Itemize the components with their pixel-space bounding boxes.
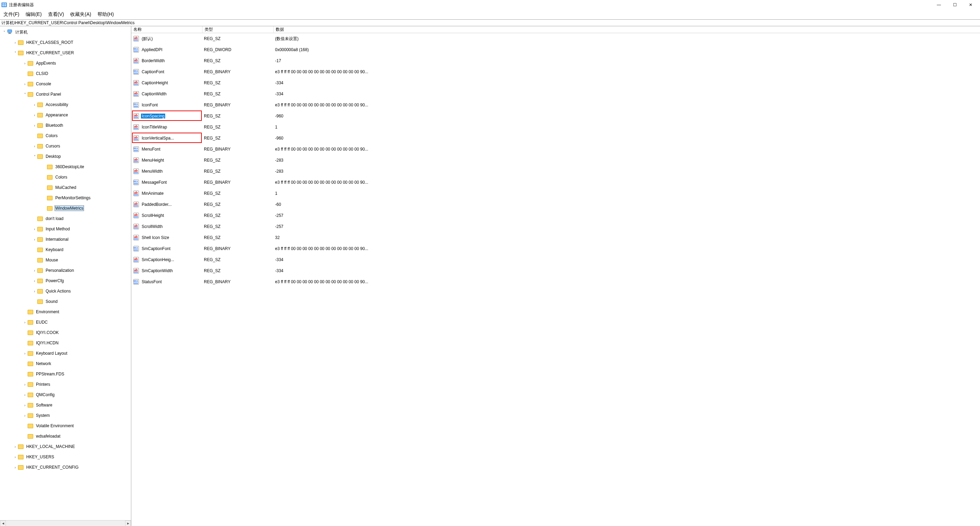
maximize-button[interactable]: ☐	[947, 0, 963, 10]
tree-item[interactable]: ›QMConfig	[1, 389, 131, 400]
column-header-type[interactable]: 类型	[202, 26, 274, 33]
tree-item[interactable]: ›Accessibility	[1, 100, 131, 110]
tree-item[interactable]: ›Network	[1, 359, 131, 369]
expand-toggle-icon[interactable]: ˅	[13, 51, 17, 55]
value-row[interactable]: ScrollHeightREG_SZ-257	[131, 210, 980, 221]
menu-favorites[interactable]: 收藏夹(A)	[69, 11, 92, 18]
tree-item[interactable]: ›Mouse	[1, 255, 131, 265]
expand-toggle-icon[interactable]: ›	[32, 103, 37, 107]
expand-toggle-icon[interactable]: ˅	[32, 155, 37, 159]
expand-toggle-icon[interactable]: ˅	[2, 30, 6, 34]
tree-item[interactable]: ›HKEY_CURRENT_CONFIG	[1, 462, 131, 472]
address-bar[interactable]: 计算机\HKEY_CURRENT_USER\Control Panel\Desk…	[0, 19, 980, 26]
close-button[interactable]: ✕	[963, 0, 978, 10]
expand-toggle-icon[interactable]: ›	[13, 455, 17, 459]
tree-item[interactable]: ›PPStream.FDS	[1, 369, 131, 379]
expand-toggle-icon[interactable]: ›	[32, 124, 37, 127]
tree-item[interactable]: ›Cursors	[1, 141, 131, 151]
value-row[interactable]: IconSpacingREG_SZ-960	[131, 111, 980, 122]
tree-item[interactable]: ›360DesktopLite	[1, 162, 131, 172]
menu-help[interactable]: 帮助(H)	[96, 11, 115, 18]
value-row[interactable]: IconFontREG_BINARYe3 ff ff ff 00 00 00 0…	[131, 100, 980, 111]
scroll-right-button[interactable]: ▸	[125, 520, 131, 526]
tree-item[interactable]: ›Input Method	[1, 224, 131, 234]
expand-toggle-icon[interactable]: ›	[13, 41, 17, 44]
tree-item[interactable]: ›Keyboard	[1, 245, 131, 255]
menu-file[interactable]: 文件(F)	[2, 11, 21, 18]
tree-body[interactable]: ˅计算机›HKEY_CLASSES_ROOT˅HKEY_CURRENT_USER…	[0, 26, 131, 520]
value-row[interactable]: StatusFontREG_BINARYe3 ff ff ff 00 00 00…	[131, 276, 980, 288]
expand-toggle-icon[interactable]: ›	[23, 62, 27, 65]
expand-toggle-icon[interactable]: ›	[23, 321, 27, 324]
value-row[interactable]: MenuWidthREG_SZ-283	[131, 166, 980, 177]
tree-item[interactable]: ›CLSID	[1, 68, 131, 79]
value-row[interactable]: CaptionHeightREG_SZ-334	[131, 77, 980, 88]
tree-item[interactable]: ˅Desktop	[1, 151, 131, 162]
tree-item[interactable]: ›Console	[1, 79, 131, 89]
expand-toggle-icon[interactable]: ›	[32, 145, 37, 148]
menu-view[interactable]: 查看(V)	[47, 11, 66, 18]
value-row[interactable]: AppliedDPIREG_DWORD0x000000a8 (168)	[131, 44, 980, 55]
value-row[interactable]: IconVerticalSpa...REG_SZ-960	[131, 133, 980, 144]
tree-item[interactable]: ›PowerCfg	[1, 276, 131, 286]
expand-toggle-icon[interactable]: ›	[32, 113, 37, 117]
tree-item[interactable]: ›IQIYI.COOK	[1, 327, 131, 338]
tree-item[interactable]: ›PerMonitorSettings	[1, 193, 131, 203]
expand-toggle-icon[interactable]: ˅	[23, 92, 27, 96]
tree-horizontal-scrollbar[interactable]: ◂ ▸	[0, 520, 131, 526]
value-row[interactable]: CaptionFontREG_BINARYe3 ff ff ff 00 00 0…	[131, 66, 980, 77]
column-header-data[interactable]: 数据	[274, 26, 453, 33]
expand-toggle-icon[interactable]: ›	[23, 404, 27, 407]
column-header-name[interactable]: 名称	[131, 26, 202, 33]
value-row[interactable]: SmCaptionFontREG_BINARYe3 ff ff ff 00 00…	[131, 243, 980, 254]
tree-item[interactable]: ›Quick Actions	[1, 286, 131, 296]
tree-item[interactable]: ›Software	[1, 400, 131, 410]
value-row[interactable]: ScrollWidthREG_SZ-257	[131, 221, 980, 232]
expand-toggle-icon[interactable]: ›	[32, 279, 37, 283]
tree-item[interactable]: ˅HKEY_CURRENT_USER	[1, 48, 131, 58]
tree-item[interactable]: ˅Control Panel	[1, 89, 131, 100]
expand-toggle-icon[interactable]: ›	[23, 383, 27, 386]
tree-item[interactable]: ›IQIYI.HCDN	[1, 338, 131, 348]
tree-item[interactable]: ›System	[1, 410, 131, 421]
tree-item[interactable]: ›Environment	[1, 307, 131, 317]
tree-item[interactable]: ›don't load	[1, 213, 131, 224]
tree-item[interactable]: ›Colors	[1, 172, 131, 182]
value-row[interactable]: BorderWidthREG_SZ-17	[131, 55, 980, 66]
expand-toggle-icon[interactable]: ›	[23, 351, 27, 355]
value-row[interactable]: (默认)REG_SZ(数值未设置)	[131, 33, 980, 44]
tree-item[interactable]: ›Colors	[1, 130, 131, 141]
expand-toggle-icon[interactable]: ›	[32, 269, 37, 272]
expand-toggle-icon[interactable]: ›	[32, 238, 37, 242]
tree-item[interactable]: ›AppEvents	[1, 58, 131, 68]
tree-item[interactable]: ›MuiCached	[1, 182, 131, 193]
value-row[interactable]: MenuHeightREG_SZ-283	[131, 155, 980, 166]
expand-toggle-icon[interactable]: ›	[32, 227, 37, 231]
tree-item[interactable]: ›WindowMetrics	[1, 203, 131, 213]
tree-item[interactable]: ›EUDC	[1, 317, 131, 327]
value-row[interactable]: MessageFontREG_BINARYe3 ff ff ff 00 00 0…	[131, 177, 980, 188]
tree-item[interactable]: ›Personalization	[1, 265, 131, 276]
tree-item[interactable]: ›Keyboard Layout	[1, 348, 131, 359]
value-row[interactable]: Shell Icon SizeREG_SZ32	[131, 232, 980, 243]
scroll-left-button[interactable]: ◂	[0, 520, 6, 526]
tree-item[interactable]: ›International	[1, 234, 131, 245]
expand-toggle-icon[interactable]: ›	[13, 466, 17, 469]
tree-item[interactable]: ›Volatile Environment	[1, 421, 131, 431]
tree-item[interactable]: ›Printers	[1, 379, 131, 389]
tree-item[interactable]: ›Appearance	[1, 110, 131, 120]
value-row[interactable]: SmCaptionWidthREG_SZ-334	[131, 265, 980, 276]
tree-item[interactable]: ›wdsafeloadat	[1, 431, 131, 442]
expand-toggle-icon[interactable]: ›	[32, 289, 37, 293]
tree-item[interactable]: ›Sound	[1, 296, 131, 307]
value-row[interactable]: PaddedBorder...REG_SZ-60	[131, 199, 980, 210]
minimize-button[interactable]: —	[931, 0, 947, 10]
value-row[interactable]: IconTitleWrapREG_SZ1	[131, 122, 980, 133]
tree-root-computer[interactable]: ˅计算机	[1, 27, 131, 37]
tree-item[interactable]: ›HKEY_USERS	[1, 452, 131, 462]
value-row[interactable]: MenuFontREG_BINARYe3 ff ff ff 00 00 00 0…	[131, 144, 980, 155]
expand-toggle-icon[interactable]: ›	[23, 414, 27, 418]
expand-toggle-icon[interactable]: ›	[13, 445, 17, 449]
expand-toggle-icon[interactable]: ›	[23, 393, 27, 397]
expand-toggle-icon[interactable]: ›	[23, 82, 27, 86]
